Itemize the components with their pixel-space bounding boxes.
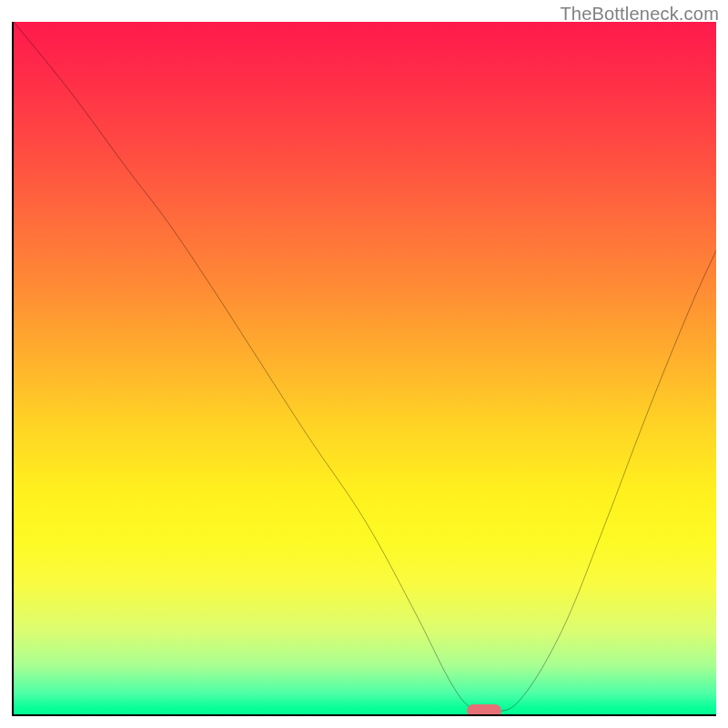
bottleneck-curve xyxy=(14,22,716,714)
chart-container: TheBottleneck.com xyxy=(0,0,728,728)
watermark-text: TheBottleneck.com xyxy=(560,4,719,25)
optimal-range-marker xyxy=(467,704,501,716)
plot-area xyxy=(12,22,716,716)
